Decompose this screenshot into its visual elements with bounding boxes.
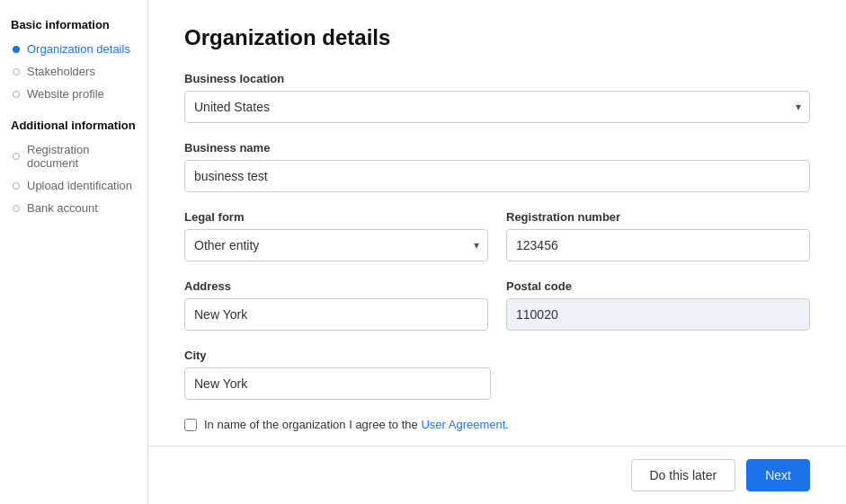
sidebar-label-bank-account: Bank account bbox=[27, 201, 98, 215]
sidebar-item-website-profile[interactable]: Website profile bbox=[11, 84, 137, 104]
postal-code-label: Postal code bbox=[506, 279, 810, 293]
next-button[interactable]: Next bbox=[746, 459, 810, 491]
city-input[interactable] bbox=[184, 367, 491, 400]
agreement-text-before: In name of the organization I agree to t… bbox=[204, 418, 418, 431]
form-area: Organization details Business location U… bbox=[148, 0, 846, 446]
sidebar-dot-bank-account bbox=[13, 205, 20, 212]
sidebar-item-registration-document[interactable]: Registration document bbox=[11, 139, 137, 173]
registration-number-label: Registration number bbox=[506, 210, 810, 224]
footer: Do this later Next bbox=[148, 446, 846, 504]
business-location-select-wrapper: United States United Kingdom Canada Germ… bbox=[184, 91, 810, 123]
sidebar-item-stakeholders[interactable]: Stakeholders bbox=[11, 61, 137, 82]
postal-code-input[interactable] bbox=[506, 298, 810, 331]
legal-form-label: Legal form bbox=[184, 210, 488, 224]
business-location-select[interactable]: United States United Kingdom Canada Germ… bbox=[184, 91, 810, 123]
sidebar-label-registration-document: Registration document bbox=[27, 143, 135, 170]
business-name-label: Business name bbox=[184, 141, 810, 155]
sidebar-dot-registration-document bbox=[13, 153, 20, 160]
legal-form-select[interactable]: Other entity LLC Corporation Partnership… bbox=[184, 229, 488, 261]
sidebar-basic-title: Basic information bbox=[11, 18, 137, 31]
address-label: Address bbox=[184, 279, 488, 293]
user-agreement-link[interactable]: User Agreement bbox=[421, 418, 505, 431]
sidebar-item-bank-account[interactable]: Bank account bbox=[11, 198, 137, 218]
legal-registration-row: Legal form Other entity LLC Corporation … bbox=[184, 210, 810, 261]
do-later-button[interactable]: Do this later bbox=[631, 459, 736, 491]
agreement-suffix: . bbox=[505, 418, 509, 431]
agreement-text: In name of the organization I agree to t… bbox=[204, 418, 509, 431]
sidebar: Basic information Organization details S… bbox=[0, 0, 148, 504]
address-input[interactable] bbox=[184, 298, 488, 331]
business-location-section: Business location United States United K… bbox=[184, 72, 810, 123]
agreement-row: In name of the organization I agree to t… bbox=[184, 418, 810, 431]
address-section: Address bbox=[184, 279, 488, 331]
business-name-section: Business name bbox=[184, 141, 810, 192]
business-name-input[interactable] bbox=[184, 160, 810, 192]
main-content: Organization details Business location U… bbox=[148, 0, 846, 504]
registration-number-input[interactable] bbox=[506, 229, 810, 261]
legal-form-select-wrapper: Other entity LLC Corporation Partnership… bbox=[184, 229, 488, 261]
business-location-label: Business location bbox=[184, 72, 810, 85]
address-postal-row: Address Postal code bbox=[184, 279, 810, 331]
city-label: City bbox=[184, 349, 491, 362]
registration-number-section: Registration number bbox=[506, 210, 810, 261]
city-section: City bbox=[184, 349, 491, 400]
page-title: Organization details bbox=[184, 25, 810, 50]
sidebar-dot-organization-details bbox=[13, 46, 20, 53]
sidebar-label-website-profile: Website profile bbox=[27, 87, 104, 101]
sidebar-item-organization-details[interactable]: Organization details bbox=[11, 39, 137, 59]
sidebar-label-organization-details: Organization details bbox=[27, 42, 130, 56]
sidebar-basic-section: Basic information Organization details S… bbox=[11, 18, 137, 104]
sidebar-additional-section: Additional information Registration docu… bbox=[11, 119, 137, 218]
postal-code-section: Postal code bbox=[506, 279, 810, 331]
sidebar-dot-stakeholders bbox=[13, 68, 20, 75]
sidebar-label-stakeholders: Stakeholders bbox=[27, 65, 95, 78]
legal-form-section: Legal form Other entity LLC Corporation … bbox=[184, 210, 488, 261]
sidebar-dot-website-profile bbox=[13, 91, 20, 98]
sidebar-item-upload-identification[interactable]: Upload identification bbox=[11, 175, 137, 196]
sidebar-dot-upload-identification bbox=[13, 182, 20, 190]
sidebar-additional-title: Additional information bbox=[11, 119, 137, 132]
agreement-checkbox[interactable] bbox=[184, 419, 197, 431]
sidebar-label-upload-identification: Upload identification bbox=[27, 179, 132, 192]
